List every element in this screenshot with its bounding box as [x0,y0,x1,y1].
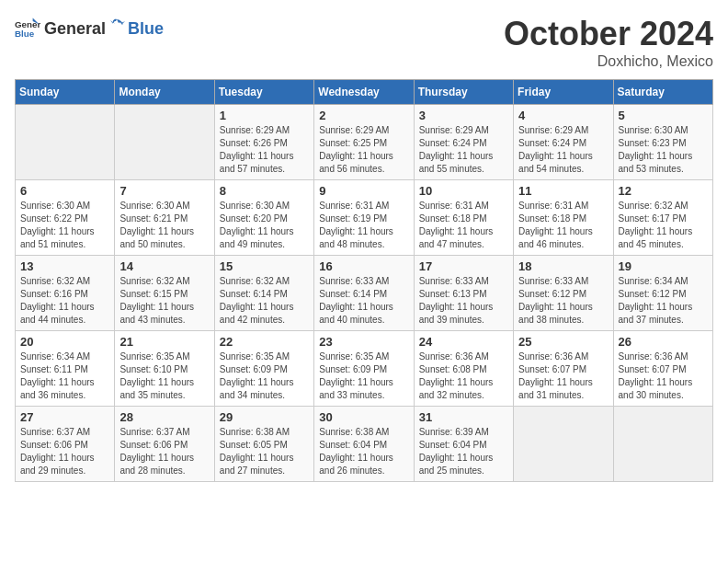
logo-general-text: General [44,19,106,39]
day-info: Sunrise: 6:33 AMSunset: 6:12 PMDaylight:… [518,276,593,325]
calendar-day-cell: 3 Sunrise: 6:29 AMSunset: 6:24 PMDayligh… [414,105,513,180]
calendar-day-cell: 15 Sunrise: 6:32 AMSunset: 6:14 PMDaylig… [214,256,313,331]
day-number: 1 [220,109,309,122]
day-info: Sunrise: 6:30 AMSunset: 6:23 PMDaylight:… [619,125,693,174]
calendar-day-cell: 7 Sunrise: 6:30 AMSunset: 6:21 PMDayligh… [115,180,214,256]
weekday-header-cell: Monday [115,80,214,105]
calendar-day-cell: 12 Sunrise: 6:32 AMSunset: 6:17 PMDaylig… [613,180,712,256]
calendar-week-row: 1 Sunrise: 6:29 AMSunset: 6:26 PMDayligh… [16,105,713,180]
day-number: 30 [319,410,408,424]
day-number: 27 [20,410,109,424]
day-info: Sunrise: 6:35 AMSunset: 6:09 PMDaylight:… [319,351,393,400]
day-number: 14 [119,259,209,273]
day-number: 9 [319,184,408,198]
weekday-header-cell: Sunday [16,80,115,105]
day-info: Sunrise: 6:29 AMSunset: 6:26 PMDaylight:… [220,125,294,174]
calendar-day-cell [115,105,214,180]
day-number: 18 [518,259,608,273]
day-info: Sunrise: 6:30 AMSunset: 6:22 PMDaylight:… [20,201,95,249]
day-number: 3 [419,109,508,122]
day-info: Sunrise: 6:30 AMSunset: 6:21 PMDaylight:… [119,201,194,249]
day-number: 15 [220,259,309,273]
day-number: 5 [619,109,708,122]
day-number: 23 [319,335,408,349]
day-info: Sunrise: 6:32 AMSunset: 6:15 PMDaylight:… [119,276,194,325]
calendar-week-row: 13 Sunrise: 6:32 AMSunset: 6:16 PMDaylig… [16,256,713,331]
calendar-day-cell: 1 Sunrise: 6:29 AMSunset: 6:26 PMDayligh… [214,105,313,180]
day-info: Sunrise: 6:39 AMSunset: 6:04 PMDaylight:… [419,427,494,476]
day-info: Sunrise: 6:31 AMSunset: 6:18 PMDaylight:… [518,201,593,249]
calendar-day-cell: 23 Sunrise: 6:35 AMSunset: 6:09 PMDaylig… [314,331,414,407]
calendar-day-cell: 5 Sunrise: 6:30 AMSunset: 6:23 PMDayligh… [613,105,712,180]
day-number: 26 [619,335,708,349]
calendar-day-cell: 24 Sunrise: 6:36 AMSunset: 6:08 PMDaylig… [414,331,513,407]
day-number: 20 [20,335,109,349]
calendar-day-cell: 10 Sunrise: 6:31 AMSunset: 6:18 PMDaylig… [414,180,513,256]
day-number: 21 [119,335,209,349]
day-info: Sunrise: 6:33 AMSunset: 6:13 PMDaylight:… [419,276,494,325]
calendar-day-cell: 16 Sunrise: 6:33 AMSunset: 6:14 PMDaylig… [314,256,414,331]
calendar-day-cell: 17 Sunrise: 6:33 AMSunset: 6:13 PMDaylig… [414,256,513,331]
calendar-day-cell: 22 Sunrise: 6:35 AMSunset: 6:09 PMDaylig… [214,331,313,407]
day-info: Sunrise: 6:32 AMSunset: 6:17 PMDaylight:… [619,201,693,249]
calendar-week-row: 27 Sunrise: 6:37 AMSunset: 6:06 PMDaylig… [16,407,713,482]
calendar-day-cell [16,105,115,180]
calendar-day-cell: 30 Sunrise: 6:38 AMSunset: 6:04 PMDaylig… [314,407,414,482]
month-title: October 2024 [504,15,713,53]
calendar-day-cell: 8 Sunrise: 6:30 AMSunset: 6:20 PMDayligh… [214,180,313,256]
day-info: Sunrise: 6:31 AMSunset: 6:19 PMDaylight:… [319,201,393,249]
day-info: Sunrise: 6:36 AMSunset: 6:07 PMDaylight:… [518,351,593,400]
page-header: General Blue General Blue October 2024 D… [15,15,713,70]
logo: General Blue General Blue [15,15,164,40]
calendar-table: SundayMondayTuesdayWednesdayThursdayFrid… [15,79,713,482]
calendar-day-cell: 9 Sunrise: 6:31 AMSunset: 6:19 PMDayligh… [314,180,414,256]
day-number: 2 [319,109,408,122]
calendar-week-row: 6 Sunrise: 6:30 AMSunset: 6:22 PMDayligh… [16,180,713,256]
calendar-day-cell: 6 Sunrise: 6:30 AMSunset: 6:22 PMDayligh… [16,180,115,256]
calendar-day-cell: 29 Sunrise: 6:38 AMSunset: 6:05 PMDaylig… [214,407,313,482]
calendar-day-cell: 28 Sunrise: 6:37 AMSunset: 6:06 PMDaylig… [115,407,214,482]
day-info: Sunrise: 6:31 AMSunset: 6:18 PMDaylight:… [419,201,494,249]
calendar-day-cell: 19 Sunrise: 6:34 AMSunset: 6:12 PMDaylig… [613,256,712,331]
day-number: 13 [20,259,109,273]
calendar-day-cell: 20 Sunrise: 6:34 AMSunset: 6:11 PMDaylig… [16,331,115,407]
day-info: Sunrise: 6:32 AMSunset: 6:14 PMDaylight:… [220,276,294,325]
day-number: 8 [220,184,309,198]
day-number: 31 [419,410,508,424]
day-number: 16 [319,259,408,273]
day-number: 28 [119,410,209,424]
day-info: Sunrise: 6:35 AMSunset: 6:10 PMDaylight:… [119,351,194,400]
day-info: Sunrise: 6:34 AMSunset: 6:12 PMDaylight:… [619,276,693,325]
weekday-header-cell: Tuesday [214,80,313,105]
day-number: 4 [518,109,608,122]
day-number: 7 [119,184,209,198]
calendar-day-cell: 11 Sunrise: 6:31 AMSunset: 6:18 PMDaylig… [514,180,613,256]
day-number: 11 [518,184,608,198]
calendar-day-cell: 13 Sunrise: 6:32 AMSunset: 6:16 PMDaylig… [16,256,115,331]
calendar-day-cell: 4 Sunrise: 6:29 AMSunset: 6:24 PMDayligh… [514,105,613,180]
weekday-header-cell: Saturday [613,80,712,105]
calendar-week-row: 20 Sunrise: 6:34 AMSunset: 6:11 PMDaylig… [16,331,713,407]
weekday-header-row: SundayMondayTuesdayWednesdayThursdayFrid… [16,80,713,105]
day-number: 19 [619,259,708,273]
svg-text:Blue: Blue [15,29,35,39]
day-number: 12 [619,184,708,198]
calendar-day-cell: 27 Sunrise: 6:37 AMSunset: 6:06 PMDaylig… [16,407,115,482]
calendar-day-cell: 25 Sunrise: 6:36 AMSunset: 6:07 PMDaylig… [514,331,613,407]
day-number: 25 [518,335,608,349]
calendar-day-cell [514,407,613,482]
calendar-day-cell: 21 Sunrise: 6:35 AMSunset: 6:10 PMDaylig… [115,331,214,407]
logo-blue-text: Blue [128,19,164,39]
calendar-day-cell [613,407,712,482]
calendar-day-cell: 2 Sunrise: 6:29 AMSunset: 6:25 PMDayligh… [314,105,414,180]
day-info: Sunrise: 6:38 AMSunset: 6:05 PMDaylight:… [220,427,294,476]
day-info: Sunrise: 6:36 AMSunset: 6:08 PMDaylight:… [419,351,494,400]
weekday-header-cell: Friday [514,80,613,105]
logo-bird-icon [108,17,125,34]
calendar-day-cell: 31 Sunrise: 6:39 AMSunset: 6:04 PMDaylig… [414,407,513,482]
calendar-day-cell: 18 Sunrise: 6:33 AMSunset: 6:12 PMDaylig… [514,256,613,331]
day-number: 29 [220,410,309,424]
day-info: Sunrise: 6:29 AMSunset: 6:25 PMDaylight:… [319,125,393,174]
day-info: Sunrise: 6:37 AMSunset: 6:06 PMDaylight:… [20,427,95,476]
day-info: Sunrise: 6:32 AMSunset: 6:16 PMDaylight:… [20,276,95,325]
